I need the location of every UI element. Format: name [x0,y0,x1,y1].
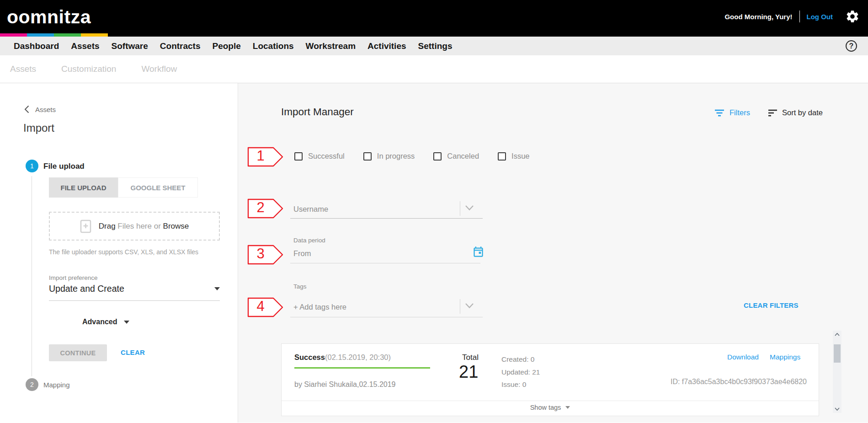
total-label: Total [462,353,479,362]
brand-stripe [0,33,108,37]
checkbox-in-progress[interactable] [363,152,372,161]
nav-assets[interactable]: Assets [65,41,105,51]
tab-google-sheet[interactable]: GOOGLE SHEET [118,177,198,198]
filter-canceled[interactable]: Canceled [433,152,479,161]
date-from-input[interactable] [290,244,480,263]
callout-number: 1 [247,148,274,164]
download-link[interactable]: Download [727,353,759,361]
step-2-label: Mapping [43,381,70,389]
filter-label: Issue [511,152,529,161]
subnav-workflow[interactable]: Workflow [141,64,177,74]
sort-by-date-button[interactable]: Sort by date [768,108,823,117]
show-tags-label: Show tags [530,404,561,411]
top-right-group: Good Morning, Yury! Log Out [724,0,860,33]
chevron-down-icon [835,407,840,411]
dropzone-middle-text: Files here or [117,222,160,230]
filter-in-progress[interactable]: In progress [363,152,415,161]
subnav-assets[interactable]: Assets [10,64,36,74]
import-result-card: Success(02.15.2019, 20:30) by Siarhei Sh… [281,343,819,416]
sort-label: Sort by date [782,108,823,117]
filter-icon [714,109,724,117]
step-1-badge: 1 [26,160,38,172]
stat-created: Created: 0 [501,353,540,366]
checkbox-successful[interactable] [294,152,303,161]
nav-settings[interactable]: Settings [412,41,458,51]
data-period-label: Data period [293,237,325,244]
filters-button[interactable]: Filters [714,108,750,117]
file-dropzone[interactable]: Drag Files here or Browse [49,212,220,241]
back-to-assets[interactable]: Assets [24,105,56,113]
step-1-label: File upload [43,162,85,171]
callout-number: 3 [247,246,274,262]
nav-activities[interactable]: Activities [362,41,412,51]
subnav-customization[interactable]: Customization [61,64,116,74]
status-text: Success [294,353,325,361]
mappings-link[interactable]: Mappings [770,353,800,361]
nav-workstream[interactable]: Workstream [300,41,362,51]
checkbox-canceled[interactable] [433,152,442,161]
continue-button[interactable]: CONTINUE [49,344,107,361]
import-status-line: Success(02.15.2019, 20:30) [294,353,391,362]
clear-button[interactable]: CLEAR [121,348,145,356]
nav-software[interactable]: Software [106,41,154,51]
username-input[interactable] [290,200,483,219]
select-divider [460,201,460,216]
dropzone-drag: Drag [99,222,116,230]
greeting-text: Good Morning, Yury! [724,13,792,21]
logout-link[interactable]: Log Out [807,13,833,21]
gear-icon[interactable] [845,9,860,24]
callout-2: 2 [247,198,284,219]
chevron-left-icon [24,105,29,113]
nav-locations[interactable]: Locations [247,41,300,51]
stripe-yellow [81,33,108,37]
help-icon[interactable]: ? [846,40,857,52]
calendar-icon[interactable] [472,246,485,258]
status-timestamp: (02.15.2019, 20:30) [325,353,391,361]
dropzone-text: Drag Files here or Browse [99,222,189,231]
stripe-pink [0,33,27,37]
filter-successful[interactable]: Successful [294,152,345,161]
filter-issue[interactable]: Issue [498,152,529,161]
main-nav: Dashboard Assets Software Contracts Peop… [0,37,868,55]
import-preference-select[interactable]: Update and Create [49,284,220,301]
scrollbar-thumb[interactable] [834,344,841,363]
clear-filters-button[interactable]: CLEAR FILTERS [744,301,799,309]
chevron-up-icon [835,333,840,336]
tags-label: Tags [293,283,307,290]
results-scrollbar[interactable] [833,331,841,413]
stat-issue: Issue: 0 [501,378,540,391]
callout-1: 1 [247,147,284,167]
content-area: Assets Import 1 File upload FILE UPLOAD … [0,83,868,423]
nav-contracts[interactable]: Contracts [154,41,207,51]
chevron-down-icon[interactable] [465,205,474,211]
tab-file-upload[interactable]: FILE UPLOAD [49,177,118,198]
import-preference-label: Import preference [49,274,98,281]
card-divider [282,401,819,401]
tags-input[interactable] [290,297,483,317]
caret-down-icon [214,287,220,290]
filters-label: Filters [730,108,750,117]
top-bar: oomnitza Good Morning, Yury! Log Out [0,0,868,37]
select-divider [460,299,460,314]
callout-3: 3 [247,245,284,265]
checkbox-issue[interactable] [498,152,506,161]
browse-link[interactable]: Browse [163,222,189,230]
page-title: Import Manager [281,106,354,118]
caret-down-icon [565,406,570,409]
import-byline: by Siarhei Shukaila,02.15.2019 [294,380,396,389]
sort-icon [768,109,777,117]
scroll-down-button[interactable] [833,405,841,413]
file-plus-icon [80,220,91,233]
stat-updated: Updated: 21 [501,366,540,379]
nav-people[interactable]: People [207,41,247,51]
callout-number: 4 [247,298,274,315]
import-sidebar: Assets Import 1 File upload FILE UPLOAD … [0,83,238,423]
show-tags-toggle[interactable]: Show tags [282,404,819,411]
nav-dashboard[interactable]: Dashboard [8,41,65,51]
top-divider [799,11,800,22]
advanced-toggle[interactable]: Advanced [82,318,129,326]
scroll-up-button[interactable] [833,331,841,338]
filter-label: Canceled [447,152,479,161]
filter-label: In progress [377,152,415,161]
chevron-down-icon[interactable] [465,303,474,309]
